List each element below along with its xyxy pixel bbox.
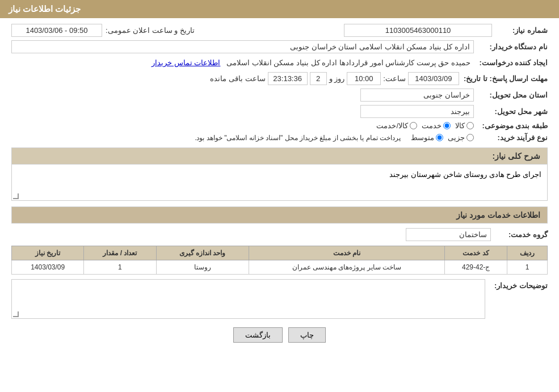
nooe-farayand-label: نوع فرآیند خرید: bbox=[474, 133, 548, 142]
tarikh-elan-label: تاریخ و ساعت اعلان عمومی: bbox=[106, 26, 195, 35]
sharh-section-title: شرح کلی نیاز: bbox=[11, 147, 548, 165]
tabaqe-kala-khadamat-radio[interactable] bbox=[410, 122, 417, 129]
ostan-label: استان محل تحویل: bbox=[474, 91, 548, 99]
mohlat-time: 10:00 bbox=[347, 72, 381, 85]
mohlat-label: مهلت ارسال پاسخ: تا تاریخ: bbox=[459, 74, 548, 83]
nooe-jozee-radio[interactable] bbox=[466, 134, 474, 141]
cell-tarikh_niaz: 1403/03/09 bbox=[12, 260, 84, 275]
nooe-motavaset-label: متوسط bbox=[411, 133, 434, 142]
cell-vahed_andaze: روستا bbox=[156, 260, 249, 275]
items-table: ردیف کد خدمت نام خدمت واحد اندازه گیری ت… bbox=[11, 246, 548, 275]
cell-nam_khadamat: ساخت سایر پروژه‌های مهندسی عمران bbox=[249, 260, 445, 275]
tabaqe-kala-khadamat-label: کالا/خدمت bbox=[376, 121, 408, 130]
contact-info-link[interactable]: اطلاعات تماس خریدار bbox=[152, 58, 220, 67]
cell-radif: 1 bbox=[507, 260, 547, 275]
toseeh-box bbox=[11, 279, 485, 319]
col-tedad: تعداد / مقدار bbox=[84, 246, 156, 260]
toseeh-label: توضیحات خریدار: bbox=[485, 279, 548, 290]
nam-dastgah-label: نام دستگاه خریدار: bbox=[474, 43, 548, 51]
nooe-motavaset-radio[interactable] bbox=[436, 134, 443, 141]
ijad-konande-value: حمیده حق پرست کارشناس امور قراردادها ادا… bbox=[11, 57, 474, 69]
mohlat-countdown: 23:13:36 bbox=[268, 72, 308, 85]
nooe-jozee-label: جزیی bbox=[448, 133, 465, 142]
mohlat-roz-label: روز و bbox=[329, 74, 345, 83]
mohlat-date: 1403/03/09 bbox=[408, 72, 459, 85]
tabaqe-khadamat-label: خدمت bbox=[422, 121, 442, 130]
gorohe-label: گروه خدمت: bbox=[491, 230, 548, 239]
mohlat-roz: 2 bbox=[310, 72, 327, 85]
shahr-label: شهر محل تحویل: bbox=[474, 107, 548, 116]
page-header: جزئیات اطلاعات نیاز bbox=[0, 0, 559, 18]
cell-tedad_megdar: 1 bbox=[84, 260, 156, 275]
tarikh-elan-value: 1403/03/06 - 09:50 bbox=[11, 24, 102, 37]
back-button[interactable]: بازگشت bbox=[233, 327, 283, 343]
cell-kod_khadamat: ج-42-429 bbox=[445, 260, 507, 275]
nooe-note: پرداخت تمام یا بخشی از مبلغ خریداز محل "… bbox=[195, 134, 401, 142]
tabaqe-label: طبقه بندی موضوعی: bbox=[474, 121, 548, 130]
resize-handle-2 bbox=[13, 311, 19, 317]
col-kod: کد خدمت bbox=[445, 246, 507, 260]
col-tarikh: تاریخ نیاز bbox=[12, 246, 84, 260]
tabaqe-kala-label: کالا bbox=[455, 121, 465, 130]
tabaqe-kala-radio[interactable] bbox=[466, 122, 474, 129]
services-title: اطلاعات خدمات مورد نیاز bbox=[11, 206, 548, 224]
table-row: 1ج-42-429ساخت سایر پروژه‌های مهندسی عمرا… bbox=[12, 260, 548, 275]
mohlat-baqi-label: ساعت باقی مانده bbox=[210, 74, 265, 83]
gorohe-value: ساختمان bbox=[406, 228, 491, 241]
ostan-value: خراسان جنوبی bbox=[360, 88, 474, 102]
col-radif: ردیف bbox=[507, 246, 547, 260]
tabaqe-khadamat-radio[interactable] bbox=[443, 122, 451, 129]
shahr-value: بیرجند bbox=[360, 105, 474, 118]
shomare-niaz-label: شماره نیاز: bbox=[497, 26, 548, 35]
nam-dastgah-value: اداره کل بنیاد مسکن انقلاب اسلامی استان … bbox=[11, 40, 474, 53]
resize-handle bbox=[13, 193, 19, 199]
ijad-konande-label: ایجاد کننده درخواست: bbox=[474, 58, 548, 67]
print-button[interactable]: چاپ bbox=[288, 327, 326, 343]
page-title: جزئیات اطلاعات نیاز bbox=[9, 4, 81, 14]
sharh-value-box[interactable] bbox=[15, 167, 544, 196]
shomare-niaz-value: 1103005463000110 bbox=[344, 24, 492, 37]
col-vahed: واحد اندازه گیری bbox=[156, 246, 249, 260]
col-nam: نام خدمت bbox=[249, 246, 445, 260]
mohlat-time-label: ساعت: bbox=[383, 74, 406, 83]
